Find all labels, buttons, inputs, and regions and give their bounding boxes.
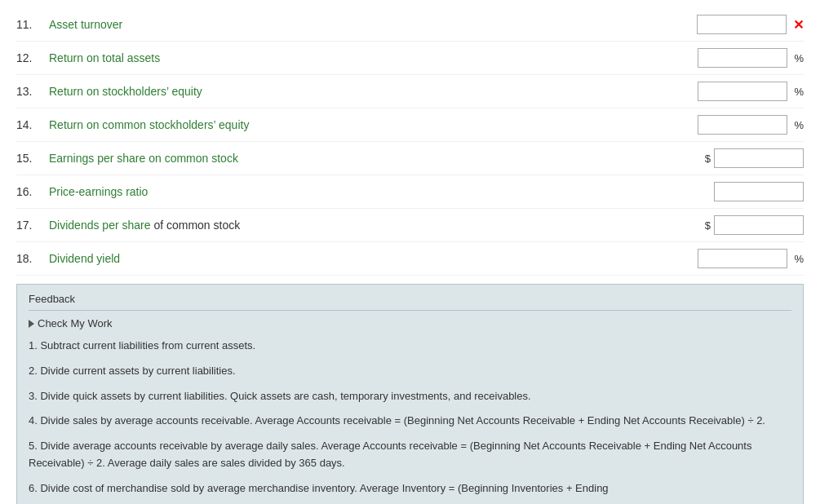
row-label: Price-earnings ratio: [49, 185, 673, 198]
row-number: 14.: [16, 118, 49, 131]
triangle-icon: [29, 320, 34, 328]
error-indicator: ✕: [793, 17, 804, 33]
list-item: 1. Subtract current liabilities from cur…: [29, 338, 791, 355]
table-row: 13.Return on stockholders’ equity%: [16, 75, 804, 108]
currency-prefix: $: [705, 153, 711, 165]
value-input[interactable]: [714, 215, 804, 235]
table-row: 15.Earnings per share on common stock$: [16, 142, 804, 175]
main-content: 11.Asset turnover✕12.Return on total ass…: [0, 0, 820, 504]
table-row: 17.Dividends per share of common stock$: [16, 209, 804, 242]
value-input[interactable]: [697, 15, 787, 34]
row-number: 15.: [16, 152, 49, 165]
row-number: 11.: [16, 18, 49, 31]
row-input-area: %: [673, 249, 804, 268]
row-label: Earnings per share on common stock: [49, 152, 673, 165]
list-item: 3. Divide quick assets by current liabil…: [29, 388, 791, 405]
value-input[interactable]: [714, 148, 804, 168]
table-row: 11.Asset turnover✕: [16, 8, 804, 42]
percent-suffix: %: [794, 52, 804, 64]
row-input-area: $: [673, 215, 804, 235]
percent-suffix: %: [794, 86, 804, 98]
percent-suffix: %: [794, 253, 804, 265]
check-my-work-label: Check My Work: [38, 317, 113, 329]
row-input-area: $: [673, 148, 804, 168]
value-input[interactable]: [698, 115, 787, 135]
row-number: 17.: [16, 219, 49, 232]
feedback-title: Feedback: [29, 293, 791, 311]
currency-prefix: $: [705, 219, 711, 232]
row-number: 16.: [16, 185, 49, 198]
table-row: 16.Price-earnings ratio: [16, 175, 804, 209]
value-input[interactable]: [698, 82, 787, 101]
check-my-work-toggle[interactable]: Check My Work: [29, 317, 791, 329]
row-label: Return on total assets: [49, 51, 673, 64]
row-label: Return on stockholders’ equity: [49, 85, 673, 98]
row-number: 12.: [16, 51, 49, 64]
row-input-area: %: [673, 48, 804, 68]
value-input[interactable]: [698, 249, 787, 268]
row-input-area: %: [673, 115, 804, 135]
list-item: 6. Divide cost of merchandise sold by av…: [29, 480, 791, 497]
row-label: Return on common stockholders’ equity: [49, 118, 673, 131]
list-item: 5. Divide average accounts receivable by…: [29, 438, 791, 472]
row-label: Dividend yield: [49, 252, 673, 265]
row-number: 18.: [16, 252, 49, 265]
row-label: Dividends per share of common stock: [49, 219, 673, 232]
row-input-area: ✕: [673, 15, 804, 34]
feedback-section: Feedback Check My Work 1. Subtract curre…: [16, 284, 804, 504]
value-input[interactable]: [698, 48, 787, 68]
table-row: 14.Return on common stockholders’ equity…: [16, 108, 804, 142]
table-row: 12.Return on total assets%: [16, 42, 804, 75]
row-number: 13.: [16, 85, 49, 98]
value-input[interactable]: [714, 182, 804, 201]
row-input-area: [673, 182, 804, 201]
row-input-area: %: [673, 82, 804, 101]
row-label: Asset turnover: [49, 18, 673, 31]
list-item: 4. Divide sales by average accounts rece…: [29, 413, 791, 430]
percent-suffix: %: [794, 119, 804, 131]
list-item: 2. Divide current assets by current liab…: [29, 363, 791, 380]
rows-container: 11.Asset turnover✕12.Return on total ass…: [16, 8, 804, 276]
table-row: 18.Dividend yield%: [16, 242, 804, 276]
feedback-items: 1. Subtract current liabilities from cur…: [29, 338, 791, 497]
